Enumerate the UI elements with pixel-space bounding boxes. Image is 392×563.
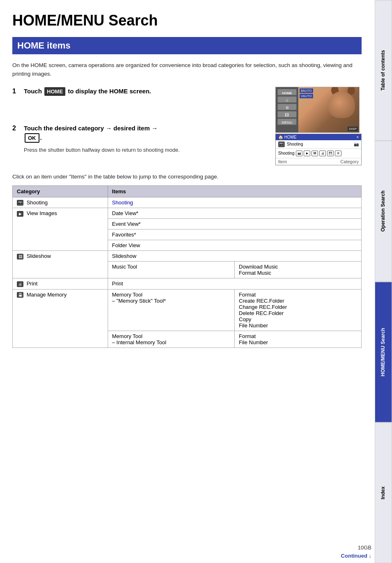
continued-label: Continued (341, 553, 371, 559)
main-content: HOME/MENU Search HOME items On the HOME … (0, 0, 374, 373)
step-1-text-after: to display the HOME screen. (68, 88, 151, 95)
dog-illustration (329, 89, 357, 120)
manage-memory-icon: 💾 (17, 292, 23, 298)
shooting-name: Shooting (27, 199, 48, 206)
home-btn-label: HOME (282, 91, 292, 95)
memory-stick-sub: FormatCreate REC.FolderChange REC.Folder… (235, 289, 362, 331)
steps-area: 1 Touch HOME to display the HOME screen.… (12, 87, 362, 165)
sidebar-tab-home-menu-label: HOME/MENU Search (380, 328, 387, 376)
step-1-text: Touch HOME to display the HOME screen. (24, 87, 267, 96)
home-panel-title: 🏠 HOME (278, 135, 297, 139)
sidebar-tab-index-label: Index (380, 486, 387, 499)
click-instruction: Click on an item under "Items" in the ta… (12, 174, 362, 180)
camera-screen: HOME ☺ ⚙ 🎞 MENU (276, 87, 359, 132)
table-row: 🖨 Print Print (13, 278, 362, 290)
internal-memory-tool-item[interactable]: Memory Tool– Internal Memory Tool (108, 331, 235, 348)
table-row: 📷 Shooting Shooting (13, 197, 362, 208)
dog-face (328, 91, 355, 118)
step-2-text-main: Touch the desired category → desired ite… (24, 125, 158, 132)
ok-badge: OK (25, 133, 39, 143)
favorites-item[interactable]: Favorites* (108, 229, 361, 240)
category-label: Category (340, 159, 359, 164)
category-print: 🖨 Print (13, 278, 108, 290)
slideshow-name: Slideshow (27, 253, 51, 259)
page-title: HOME/MENU Search (12, 12, 362, 29)
camera-controls: HOME ☺ ⚙ 🎞 MENU (276, 87, 298, 132)
music-tool-item[interactable]: Music Tool (108, 262, 235, 278)
folder-view-item[interactable]: Folder View (108, 240, 361, 251)
step-1-content: Touch HOME to display the HOME screen. (24, 87, 267, 100)
s-icon-print: 🖨 (319, 151, 326, 156)
step-2-text: Touch the desired category → desired ite… (24, 124, 267, 143)
items-table: Category Items 📷 Shooting Shooting ▶ Vie… (12, 185, 362, 348)
home-panel-shooting-items: Shooting 📷 ▶ 🖼 🖨 💾 ⚙ (276, 149, 361, 158)
section-header: HOME items (12, 37, 362, 54)
film-btn[interactable]: 🎞 (277, 111, 297, 118)
sauto-label: $AUTO (300, 88, 313, 93)
slideshow-icon: 🖼 (17, 254, 23, 259)
item-cat-labels: Item Category (276, 158, 361, 165)
item-label: Item (278, 159, 287, 164)
s-icon-memory: 💾 (327, 151, 334, 156)
sidebar-tab-toc-label: Table of contents (380, 50, 387, 90)
menu-btn[interactable]: MENU (277, 118, 297, 125)
step-1: 1 Touch HOME to display the HOME screen. (12, 87, 267, 100)
page-number: 10GB (358, 544, 371, 551)
step-1-number: 1 (12, 88, 21, 95)
step-2-number: 2 (12, 125, 21, 132)
date-view-item[interactable]: Date View* (108, 208, 361, 219)
table-row: 🖼 Slideshow Slideshow (13, 251, 362, 262)
category-slideshow: 🖼 Slideshow (13, 251, 108, 278)
sidebar-tab-home-menu[interactable]: HOME/MENU Search (375, 282, 392, 422)
table-row: ▶ View Images Date View* (13, 208, 362, 219)
step-2-period: . (40, 134, 42, 141)
shooting-icon: 📷 (17, 200, 23, 206)
category-view-images: ▶ View Images (13, 208, 108, 251)
step-1-text-before: Touch (24, 88, 44, 95)
manage-memory-name: Manage Memory (27, 292, 67, 298)
sidebar-tab-toc[interactable]: Table of contents (375, 0, 392, 141)
camera-mockup: HOME ☺ ⚙ 🎞 MENU (275, 87, 360, 133)
print-item[interactable]: Print (108, 278, 361, 290)
home-panel-close[interactable]: × (356, 135, 359, 139)
print-icon: 🖨 (17, 281, 23, 287)
slideshow-item[interactable]: Slideshow (108, 251, 361, 262)
table-header-items: Items (108, 185, 361, 197)
s-icon-camera: 📷 (296, 151, 302, 156)
step-2-content: Touch the desired category → desired ite… (24, 124, 267, 155)
camera-icon-small: 📷 (354, 142, 359, 146)
s-icon-slideshow: 🖼 (311, 151, 318, 156)
home-panel-shooting-category: 📷 Shooting 📷 (276, 140, 361, 149)
shooting-items-label: Shooting (278, 151, 294, 155)
sidebar-tab-index[interactable]: Index (375, 422, 392, 563)
disp-label: DISP (348, 127, 358, 131)
shooting-category-label: Shooting (287, 142, 303, 146)
category-shooting: 📷 Shooting (13, 197, 108, 208)
event-view-item[interactable]: Event View* (108, 219, 361, 229)
view-images-icon: ▶ (17, 211, 23, 217)
home-panel: 🏠 HOME × 📷 Shooting 📷 Shooting 📷 ▶ 🖼 (275, 134, 362, 165)
vauto-label: VAUTO (300, 94, 313, 98)
camera-image: $AUTO VAUTO DISP (298, 87, 359, 132)
shooting-category-icon: 📷 (278, 141, 285, 147)
menu-btn-label: MENU (281, 120, 293, 125)
table-header-category: Category (13, 185, 108, 197)
internal-memory-sub: FormatFile Number (235, 331, 362, 348)
intro-text: On the HOME screen, camera operations ar… (12, 61, 362, 79)
home-btn[interactable]: HOME (277, 89, 297, 95)
settings-btn[interactable]: ⚙ (277, 104, 297, 110)
smiley-btn[interactable]: ☺ (277, 96, 297, 103)
view-images-name: View Images (27, 210, 57, 216)
s-icon-settings: ⚙ (335, 151, 341, 156)
sidebar: Table of contents Operation Search HOME/… (375, 0, 392, 563)
sidebar-tab-operation[interactable]: Operation Search (375, 141, 392, 281)
music-tool-sub: Download MusicFormat Music (235, 262, 362, 278)
sidebar-tab-operation-label: Operation Search (380, 190, 387, 232)
table-row: 💾 Manage Memory Memory Tool– "Memory Sti… (13, 289, 362, 331)
shooting-item[interactable]: Shooting (108, 197, 361, 208)
shooting-icons: 📷 ▶ 🖼 🖨 💾 ⚙ (296, 151, 341, 156)
home-panel-header: 🏠 HOME × (276, 134, 361, 140)
home-badge: HOME (44, 87, 65, 96)
memory-stick-tool-item[interactable]: Memory Tool– "Memory Stick" Tool* (108, 289, 235, 331)
category-manage-memory: 💾 Manage Memory (13, 289, 108, 348)
